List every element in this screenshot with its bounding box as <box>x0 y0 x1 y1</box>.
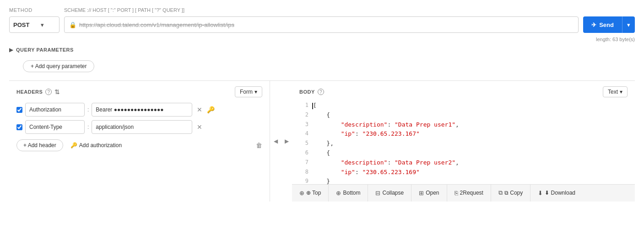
send-button-wrap: ✈ Send ▾ <box>583 16 635 33</box>
headers-sort-icon[interactable]: ⇅ <box>54 88 60 95</box>
open-label: Open <box>426 190 439 196</box>
method-select-wrap[interactable]: POST GET PUT DELETE PATCH ▾ <box>9 16 60 33</box>
header-row: : ✕ 🔑 <box>16 103 262 117</box>
to-request-icon: ⎘ <box>455 190 458 196</box>
header-checkbox-2[interactable] <box>16 124 22 130</box>
left-pane-arrow[interactable]: ◀ <box>270 81 281 202</box>
send-button-main[interactable]: ✈ Send <box>583 16 622 33</box>
headers-info-icon[interactable]: ? <box>45 89 52 95</box>
query-params-collapse-arrow[interactable]: ▶ <box>9 47 13 53</box>
top-label: ⊕ Top <box>306 190 321 196</box>
query-params-label: QUERY PARAMETERS <box>16 47 74 53</box>
length-info: length: 63 byte(s) <box>9 37 635 42</box>
form-dropdown-button[interactable]: Form ▾ <box>235 86 262 97</box>
add-header-button[interactable]: + Add header <box>16 139 63 151</box>
headers-actions: + Add header 🔑 Add authorization 🗑 <box>16 139 262 151</box>
bottom-label: Bottom <box>343 190 360 196</box>
code-editor[interactable]: 1 [ 2 { 3 "description": "Data Prep user… <box>299 101 628 196</box>
delete-all-headers-button[interactable]: 🗑 <box>256 142 262 149</box>
main-pane: HEADERS ? ⇅ Form ▾ : ✕ 🔑 <box>9 80 635 202</box>
open-button[interactable]: ⊞ Open <box>411 185 447 202</box>
body-pane: BODY ? Text ▾ 1 [ 2 { <box>292 81 635 202</box>
header-val-input-2[interactable] <box>92 120 192 134</box>
method-select[interactable]: POST GET PUT DELETE PATCH <box>13 21 39 28</box>
code-line-5: 5 }, <box>299 139 628 149</box>
text-label: Text <box>608 89 618 95</box>
form-dropdown-arrow: ▾ <box>254 89 257 95</box>
header-key-icon-1[interactable]: 🔑 <box>207 106 215 113</box>
headers-title: HEADERS <box>16 89 43 95</box>
app-container: METHOD SCHEME :// HOST [ ":" PORT ] [ PA… <box>0 0 644 244</box>
url-input-wrap: 🔒 <box>64 16 579 33</box>
body-info-icon[interactable]: ? <box>318 89 324 95</box>
bottom-icon: ⊕ <box>336 190 341 196</box>
top-icon: ⊕ <box>299 190 304 196</box>
collapse-icon: ⊟ <box>375 190 380 196</box>
body-toolbar: ⊕ ⊕ Top ⊕ Bottom ⊟ Collapse ⊞ Open ⎘ 2 <box>292 184 635 202</box>
send-label: Send <box>599 21 614 28</box>
download-icon: ⬇ <box>538 190 543 196</box>
text-dropdown-arrow: ▾ <box>620 89 622 95</box>
code-line-7: 7 "description": "Data Prep user2", <box>299 158 628 168</box>
key-icon: 🔑 <box>70 142 77 149</box>
open-icon: ⊞ <box>419 190 424 196</box>
add-auth-label: Add authorization <box>79 142 122 149</box>
header-colon-1: : <box>87 106 89 113</box>
send-icon: ✈ <box>591 21 596 28</box>
method-dropdown-arrow: ▾ <box>41 21 44 28</box>
add-query-param-label: + Add query parameter <box>31 63 87 69</box>
download-button[interactable]: ⬇ ⬇ Download <box>530 185 583 202</box>
body-top: BODY ? Text ▾ <box>299 86 628 97</box>
method-label: METHOD <box>9 7 60 13</box>
header-val-input-1[interactable] <box>92 103 192 117</box>
download-label: ⬇ Download <box>545 190 575 196</box>
code-line-1: 1 [ <box>299 101 628 111</box>
to-request-label: 2Request <box>460 190 483 196</box>
collapse-label: Collapse <box>382 190 404 196</box>
header-checkbox-1[interactable] <box>16 107 22 113</box>
copy-button[interactable]: ⧉ ⧉ Copy <box>491 185 530 202</box>
text-dropdown-button[interactable]: Text ▾ <box>603 86 628 97</box>
code-line-4: 4 "ip": "230.65.223.167" <box>299 129 628 139</box>
header-delete-button-2[interactable]: ✕ <box>195 122 204 132</box>
header-delete-button-1[interactable]: ✕ <box>195 105 204 114</box>
form-label: Form <box>240 89 253 95</box>
header-colon-2: : <box>87 124 89 130</box>
add-header-label: + Add header <box>23 142 56 149</box>
send-dropdown-button[interactable]: ▾ <box>622 16 635 33</box>
bottom-button[interactable]: ⊕ Bottom <box>329 185 368 202</box>
header-row: : ✕ <box>16 120 262 134</box>
code-line-8: 8 "ip": "230.65.223.169" <box>299 168 628 177</box>
collapse-button[interactable]: ⊟ Collapse <box>368 185 411 202</box>
header-key-input-2[interactable] <box>25 120 85 134</box>
url-row: POST GET PUT DELETE PATCH ▾ 🔒 ✈ Send ▾ <box>9 16 635 33</box>
copy-icon: ⧉ <box>498 189 503 196</box>
headers-left: HEADERS ? ⇅ <box>16 88 60 95</box>
code-line-3: 3 "description": "Data Prep user1", <box>299 120 628 130</box>
add-authorization-button[interactable]: 🔑 Add authorization <box>70 142 122 149</box>
scheme-label: SCHEME :// HOST [ ":" PORT ] [ PATH [ "?… <box>64 7 635 13</box>
body-left: BODY ? <box>299 89 324 95</box>
copy-label: ⧉ Copy <box>504 190 523 196</box>
headers-top: HEADERS ? ⇅ Form ▾ <box>16 86 262 97</box>
lock-icon: 🔒 <box>69 21 76 28</box>
add-query-param-button[interactable]: + Add query parameter <box>23 60 94 72</box>
code-line-2: 2 { <box>299 111 628 120</box>
code-line-6: 6 { <box>299 149 628 158</box>
headers-pane: HEADERS ? ⇅ Form ▾ : ✕ 🔑 <box>9 81 270 202</box>
body-title: BODY <box>299 89 315 95</box>
right-pane-arrow[interactable]: ▶ <box>281 81 292 202</box>
url-input[interactable] <box>79 21 574 28</box>
to-request-button[interactable]: ⎘ 2Request <box>447 185 491 202</box>
header-key-input-1[interactable] <box>25 103 85 117</box>
query-params-row: ▶ QUERY PARAMETERS <box>9 47 635 53</box>
top-button[interactable]: ⊕ ⊕ Top <box>292 185 329 202</box>
